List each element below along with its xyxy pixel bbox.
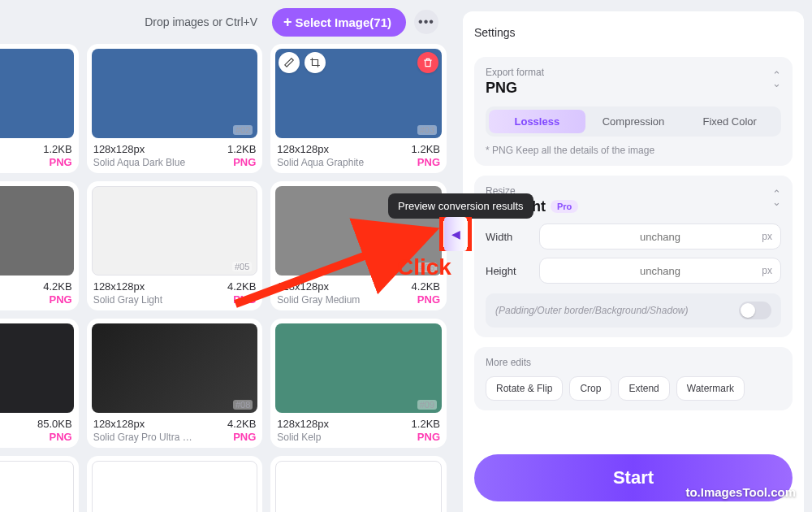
padding-toggle-row[interactable]: (Padding/Outer border/Background/Shadow): [486, 293, 781, 328]
seg-fixed-color[interactable]: Fixed Color: [681, 110, 778, 133]
chip-extend[interactable]: Extend: [618, 376, 669, 401]
width-input[interactable]: px: [539, 223, 781, 249]
padding-hint: (Padding/Outer border/Background/Shadow): [495, 305, 688, 316]
color-swatch: [0, 323, 74, 413]
card-dims: 128x128px: [93, 143, 145, 155]
top-toolbar: Drop images or Ctrl+V + Select Image(71)…: [0, 0, 455, 44]
card-name: Solid Kelp: [277, 432, 321, 443]
image-card[interactable]: 85.0KBPNG: [0, 319, 79, 448]
height-label: Height: [486, 265, 531, 277]
pro-badge: Pro: [551, 200, 578, 213]
preview-tooltip: Preview conversion results: [388, 193, 533, 219]
settings-panel: Settings Export format PNG ⌃⌄ Lossless C…: [463, 11, 804, 512]
card-name: Solid Gray Pro Ultra Dark: [93, 432, 199, 443]
image-card[interactable]: [87, 456, 263, 512]
card-format: PNG: [417, 431, 440, 443]
card-dims: 128x128px: [93, 418, 145, 430]
edit-icon[interactable]: [279, 52, 300, 73]
card-format: PNG: [49, 293, 71, 306]
height-field[interactable]: [564, 265, 757, 277]
padding-switch[interactable]: [739, 302, 771, 319]
card-format: PNG: [49, 156, 71, 168]
seg-lossless[interactable]: Lossless: [489, 110, 585, 133]
card-size: 1.2KB: [412, 418, 440, 430]
height-input[interactable]: px: [539, 258, 781, 284]
chevron-updown-icon: ⌃⌄: [772, 72, 781, 88]
site-watermark: to.ImagesTool.com: [685, 485, 796, 499]
card-index: #02: [233, 125, 253, 135]
export-format-note: * PNG Keep all the details of the image: [486, 145, 781, 156]
image-card[interactable]: #03128x128px1.2KBSolid Aqua GraphitePNG: [270, 44, 447, 173]
width-label: Width: [486, 231, 531, 243]
height-unit: px: [762, 265, 772, 276]
chip-watermark[interactable]: Watermark: [676, 376, 745, 401]
color-swatch: [0, 461, 74, 512]
card-size: 1.2KB: [227, 143, 256, 155]
card-size: 1.2KB: [43, 143, 71, 155]
color-swatch: [0, 49, 74, 138]
image-card[interactable]: #08128x128px4.2KBSolid Gray Pro Ultra Da…: [87, 319, 263, 448]
export-format-label: Export format: [486, 67, 781, 78]
image-card[interactable]: 1.2KBPNG: [0, 44, 79, 173]
color-swatch: #02: [92, 49, 258, 138]
seg-compression[interactable]: Compression: [585, 110, 682, 133]
plus-icon: +: [283, 16, 292, 28]
card-name: Solid Gray Light: [93, 294, 162, 306]
card-index: #08: [233, 400, 253, 410]
card-name: Solid Aqua Dark Blue: [93, 157, 185, 168]
more-menu-button[interactable]: •••: [414, 10, 438, 34]
image-card[interactable]: #02128x128px1.2KBSolid Aqua Dark BluePNG: [87, 44, 263, 173]
card-format: PNG: [233, 156, 256, 168]
chip-rotate-flip[interactable]: Rotate & Flip: [486, 376, 563, 401]
card-size: 1.2KB: [412, 143, 440, 155]
panel-tabs: Settings: [463, 18, 804, 57]
preview-handle-button[interactable]: ◀: [444, 217, 467, 251]
more-edits-label: More edits: [486, 357, 781, 368]
select-image-button[interactable]: + Select Image(71): [272, 8, 406, 37]
card-size: 4.2KB: [227, 418, 256, 430]
drop-hint: Drop images or Ctrl+V: [145, 15, 257, 28]
card-dims: 128x128px: [277, 143, 329, 155]
color-swatch: #08: [92, 323, 258, 413]
card-dims: 128x128px: [277, 418, 329, 430]
card-format: PNG: [233, 431, 256, 443]
width-field[interactable]: [564, 231, 757, 243]
more-edits-section: More edits Rotate & Flip Crop Extend Wat…: [474, 347, 793, 410]
card-format: PNG: [417, 156, 440, 168]
card-index: #09: [417, 400, 437, 410]
card-index: #03: [417, 125, 437, 135]
image-card[interactable]: 4.2KBPNG: [0, 181, 79, 310]
export-mode-segmented: Lossless Compression Fixed Color: [486, 106, 781, 137]
card-size: 85.0KB: [37, 418, 72, 430]
color-swatch: [0, 186, 74, 276]
chip-crop[interactable]: Crop: [569, 376, 611, 401]
export-format-section[interactable]: Export format PNG ⌃⌄ Lossless Compressio…: [474, 57, 793, 166]
image-card[interactable]: [270, 456, 447, 512]
color-swatch: [275, 461, 442, 512]
image-card[interactable]: #09128x128px1.2KBSolid KelpPNG: [270, 319, 447, 448]
select-image-label: Select Image(71): [296, 15, 391, 29]
image-card[interactable]: [0, 456, 79, 512]
color-swatch: #09: [275, 323, 442, 413]
preview-handle-highlight: ◀: [439, 217, 472, 251]
export-format-value: PNG: [486, 80, 781, 97]
tab-settings[interactable]: Settings: [473, 18, 517, 50]
card-size: 4.2KB: [43, 280, 71, 293]
width-unit: px: [762, 231, 772, 242]
card-toolbar: [279, 52, 438, 73]
card-dims: 128x128px: [93, 280, 145, 293]
crop-icon[interactable]: [304, 52, 326, 73]
click-annotation: Click: [397, 254, 451, 280]
card-name: Solid Aqua Graphite: [277, 157, 364, 168]
delete-icon[interactable]: [417, 52, 438, 73]
card-format: PNG: [49, 431, 71, 443]
chevron-updown-icon: ⌃⌄: [772, 190, 781, 206]
color-swatch: [92, 461, 258, 512]
